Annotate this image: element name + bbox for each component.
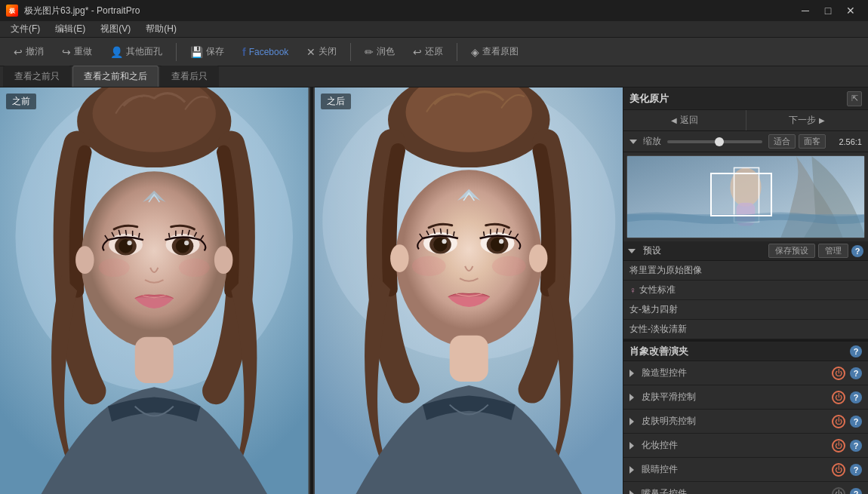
panel-expand-button[interactable]: ⇱ (847, 91, 862, 106)
redo-button[interactable]: ↪ 重做 (54, 42, 100, 61)
expand-icon-5[interactable] (629, 490, 634, 495)
window-controls: ─ □ ✕ (794, 0, 862, 21)
improvements-section: 肖象改善演夹 ? 脸造型控件 ⏻ ? 皮肤平滑控制 ⏻ ? 皮肤明亮控制 ⏻ ? (623, 340, 868, 494)
svg-rect-23 (449, 336, 488, 382)
presets-help-button[interactable]: ? (851, 245, 863, 257)
expand-icon-2[interactable] (629, 418, 634, 425)
svg-point-14 (99, 259, 130, 278)
svg-point-16 (75, 246, 94, 274)
restore-icon: ↩ (413, 46, 422, 58)
improvement-label-2: 皮肤明亮控制 (642, 415, 827, 428)
title-bar: 极 极光图片63.jpg* - PortraitPro ─ □ ✕ (0, 0, 868, 21)
right-panel-title: 美化原片 (629, 92, 669, 106)
improvement-row-1: 皮肤平滑控制 ⏻ ? (623, 385, 868, 410)
improvement-label-0: 脸造型控件 (642, 367, 827, 379)
svg-point-31 (499, 239, 503, 244)
next-arrow-icon: ▶ (819, 116, 825, 124)
preset-item-0[interactable]: 将里置为原始图像 (623, 261, 868, 281)
close-file-icon: ✕ (306, 46, 315, 58)
other-face-button[interactable]: 👤 其他面孔 (103, 42, 170, 61)
tune-color-button[interactable]: ✏ 润色 (357, 42, 402, 61)
toolbar: ↩ 撤消 ↪ 重做 👤 其他面孔 💾 保存 f Facebook ✕ 关闭 ✏ … (0, 38, 868, 66)
expand-icon-1[interactable] (629, 394, 634, 401)
help-button-0[interactable]: ? (850, 367, 862, 379)
zoom-row: 缩放 适合 面客 2.56:1 (623, 131, 868, 152)
power-button-1[interactable]: ⏻ (832, 391, 845, 404)
improvements-help-button[interactable]: ? (850, 345, 862, 357)
power-button-3[interactable]: ⏻ (832, 439, 845, 453)
manage-preset-button[interactable]: 管理 (818, 244, 848, 258)
svg-point-33 (491, 256, 525, 277)
power-button-4[interactable]: ⏻ (832, 463, 845, 477)
improvement-label-5: 嘴鼻子控件 (642, 487, 827, 494)
improvement-row-0: 脸造型控件 ⏻ ? (623, 361, 868, 385)
preset-item-3[interactable]: 女性-淡妆清新 (623, 320, 868, 339)
window-title: 极光图片63.jpg* - PortraitPro (24, 5, 140, 17)
after-panel: 之后 (315, 87, 623, 494)
help-button-4[interactable]: ? (850, 464, 862, 476)
restore-button[interactable]: ↩ 还原 (405, 42, 451, 61)
toolbar-separator-3 (457, 43, 457, 61)
presets-section: 预设 保存预设 管理 ? 将里置为原始图像 ♀ 女性标准 女-魅力四射 (623, 241, 868, 340)
panel-divider (310, 87, 313, 494)
expand-icon-0[interactable] (629, 370, 634, 377)
tabs: 查看之前只 查看之前和之后 查看后只 (0, 66, 868, 87)
zoom-value: 2.56:1 (832, 137, 862, 146)
thumb-svg (627, 156, 864, 238)
before-image (0, 87, 309, 494)
preset-item-2[interactable]: 女-魅力四射 (623, 300, 868, 320)
app-icon: 极 (6, 5, 18, 17)
image-area: 之前 (0, 87, 623, 494)
menu-view[interactable]: 视图(V) (93, 21, 138, 37)
improvements-header: 肖象改善演夹 ? (623, 340, 868, 361)
facebook-icon: f (242, 46, 246, 58)
expand-icon-3[interactable] (629, 442, 634, 450)
preset-label-1: 女性标准 (639, 284, 676, 296)
help-button-1[interactable]: ? (850, 391, 862, 403)
zoom-collapse-icon[interactable] (629, 140, 637, 144)
save-preset-button[interactable]: 保存预设 (768, 244, 815, 258)
after-image (315, 87, 623, 494)
main-content: 之前 (0, 87, 868, 494)
menu-help[interactable]: 帮助(H) (138, 21, 184, 37)
svg-point-4 (81, 171, 227, 348)
tab-after-only[interactable]: 查看后只 (160, 66, 219, 87)
undo-button[interactable]: ↩ 撤消 (6, 42, 51, 61)
zoom-label: 缩放 (629, 135, 661, 148)
expand-icon-4[interactable] (629, 466, 634, 474)
zoom-thumb[interactable] (715, 137, 724, 146)
svg-rect-5 (135, 337, 174, 383)
toolbar-separator-1 (176, 43, 177, 61)
power-button-0[interactable]: ⏻ (832, 367, 845, 380)
help-button-3[interactable]: ? (850, 440, 862, 452)
help-button-5[interactable]: ? (850, 488, 862, 495)
maximize-button[interactable]: □ (817, 0, 839, 21)
menu-file[interactable]: 文件(F) (3, 21, 48, 37)
next-button[interactable]: 下一步 ▶ (746, 110, 869, 130)
tab-before-only[interactable]: 查看之前只 (3, 66, 71, 87)
thumbnail-area (626, 155, 865, 238)
tab-before-after[interactable]: 查看之前和之后 (72, 66, 159, 87)
svg-point-27 (442, 239, 446, 244)
power-button-2[interactable]: ⏻ (832, 415, 845, 428)
zoom-slider[interactable] (667, 140, 762, 143)
close-file-button[interactable]: ✕ 关闭 (299, 42, 344, 61)
power-button-5[interactable]: ⏻ (832, 487, 845, 495)
help-button-2[interactable]: ? (850, 416, 862, 428)
save-button[interactable]: 💾 保存 (183, 42, 232, 61)
presets-collapse-icon[interactable] (628, 249, 636, 253)
toolbar-separator-2 (350, 43, 351, 61)
view-original-button[interactable]: ◈ 查看原图 (463, 42, 526, 61)
back-arrow-icon: ◀ (671, 116, 677, 124)
zoom-face-button[interactable]: 面客 (799, 134, 826, 149)
svg-point-37 (730, 167, 761, 206)
zoom-fit-button[interactable]: 适合 (768, 134, 796, 149)
close-window-button[interactable]: ✕ (839, 0, 862, 21)
minimize-button[interactable]: ─ (794, 0, 817, 21)
svg-rect-39 (734, 167, 759, 222)
back-button[interactable]: ◀ 返回 (623, 110, 746, 130)
menu-edit[interactable]: 编辑(E) (48, 21, 93, 37)
preset-item-1[interactable]: ♀ 女性标准 (623, 281, 868, 300)
facebook-button[interactable]: f Facebook (235, 43, 296, 61)
svg-point-32 (411, 256, 445, 277)
